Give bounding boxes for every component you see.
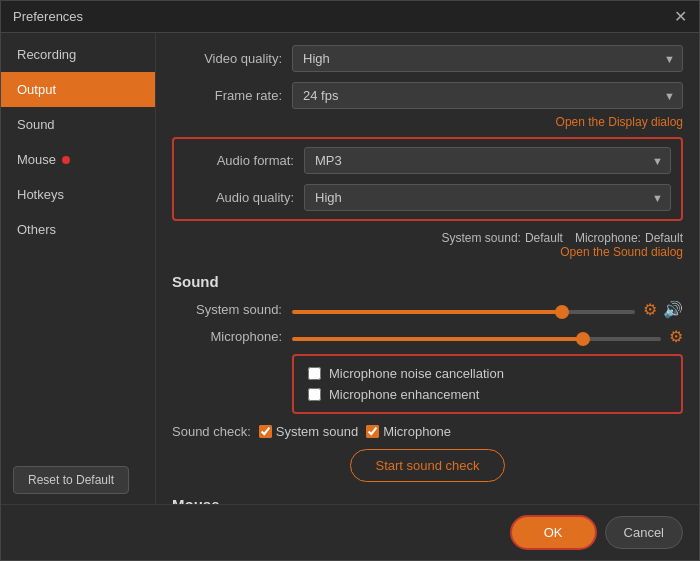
video-quality-label: Video quality:: [172, 51, 282, 66]
open-sound-dialog-label: Open the Sound dialog: [560, 245, 683, 259]
status-row: System sound: Default Microphone: Defaul…: [172, 231, 683, 245]
audio-format-row: Audio format: MP3 AAC WAV FLAC ▼: [184, 147, 671, 174]
system-sound-check-item: System sound: [259, 424, 358, 439]
audio-section: Audio format: MP3 AAC WAV FLAC ▼ Audio q…: [172, 137, 683, 221]
noise-cancellation-checkbox[interactable]: [308, 367, 321, 380]
footer: OK Cancel: [1, 504, 699, 560]
system-sound-slider-label: System sound:: [172, 302, 282, 317]
sidebar-label-mouse: Mouse: [17, 152, 56, 167]
frame-rate-select-wrap: 24 fps 30 fps 60 fps ▼: [292, 82, 683, 109]
sidebar-label-hotkeys: Hotkeys: [17, 187, 64, 202]
sidebar-label-others: Others: [17, 222, 56, 237]
enhancement-checkbox[interactable]: [308, 388, 321, 401]
sidebar-item-others[interactable]: Others: [1, 212, 155, 247]
mouse-section-title: Mouse: [172, 496, 683, 504]
microphone-icons: ⚙: [669, 327, 683, 346]
sidebar-item-output[interactable]: Output: [1, 72, 155, 107]
microphone-check-checkbox[interactable]: [366, 425, 379, 438]
microphone-slider-wrap: [292, 329, 661, 344]
sidebar-item-mouse[interactable]: Mouse: [1, 142, 155, 177]
ok-button[interactable]: OK: [510, 515, 597, 550]
microphone-settings-icon[interactable]: ⚙: [669, 327, 683, 346]
soundcheck-row: Sound check: System sound Microphone: [172, 424, 683, 439]
noise-cancellation-row: Microphone noise cancellation: [308, 366, 667, 381]
audio-format-select[interactable]: MP3 AAC WAV FLAC: [304, 147, 671, 174]
audio-format-label: Audio format:: [184, 153, 294, 168]
content-area: Recording Output Sound Mouse Hotkeys Oth…: [1, 33, 699, 504]
enhancement-label: Microphone enhancement: [329, 387, 479, 402]
noise-cancellation-label: Microphone noise cancellation: [329, 366, 504, 381]
audio-format-select-wrap: MP3 AAC WAV FLAC ▼: [304, 147, 671, 174]
system-sound-slider-wrap: [292, 302, 635, 317]
microphone-status-label: Microphone:: [575, 231, 641, 245]
open-display-dialog-link[interactable]: Open the Display dialog: [172, 115, 683, 129]
frame-rate-label: Frame rate:: [172, 88, 282, 103]
system-sound-slider-row: System sound: ⚙ 🔊: [172, 300, 683, 319]
video-quality-select[interactable]: High Medium Low: [292, 45, 683, 72]
sound-check-label: Sound check:: [172, 424, 251, 439]
system-sound-settings-icon[interactable]: ⚙: [643, 300, 657, 319]
video-quality-select-wrap: High Medium Low ▼: [292, 45, 683, 72]
audio-quality-select[interactable]: High Medium Low: [304, 184, 671, 211]
sidebar-item-hotkeys[interactable]: Hotkeys: [1, 177, 155, 212]
main-content: Video quality: High Medium Low ▼ Frame r…: [156, 33, 699, 504]
microphone-slider-row: Microphone: ⚙: [172, 327, 683, 346]
sidebar-label-sound: Sound: [17, 117, 55, 132]
sidebar-item-sound[interactable]: Sound: [1, 107, 155, 142]
microphone-check-item: Microphone: [366, 424, 451, 439]
cancel-button[interactable]: Cancel: [605, 516, 683, 549]
sidebar-label-output: Output: [17, 82, 56, 97]
mouse-dot-indicator: [62, 156, 70, 164]
sidebar: Recording Output Sound Mouse Hotkeys Oth…: [1, 33, 156, 504]
microphone-slider[interactable]: [292, 337, 661, 341]
sidebar-item-recording[interactable]: Recording: [1, 37, 155, 72]
microphone-slider-label: Microphone:: [172, 329, 282, 344]
sidebar-label-recording: Recording: [17, 47, 76, 62]
system-sound-status-value: Default: [525, 231, 563, 245]
reset-to-default-button[interactable]: Reset to Default: [13, 466, 129, 494]
system-sound-status: System sound: Default: [442, 231, 563, 245]
open-sound-dialog-link[interactable]: Open the Sound dialog: [172, 245, 683, 259]
audio-quality-select-wrap: High Medium Low ▼: [304, 184, 671, 211]
open-display-dialog-label: Open the Display dialog: [556, 115, 683, 129]
audio-quality-label: Audio quality:: [184, 190, 294, 205]
sound-section-title: Sound: [172, 273, 683, 290]
system-sound-check-checkbox[interactable]: [259, 425, 272, 438]
enhancement-row: Microphone enhancement: [308, 387, 667, 402]
audio-quality-row: Audio quality: High Medium Low ▼: [184, 184, 671, 211]
preferences-window: Preferences ✕ Recording Output Sound Mou…: [0, 0, 700, 561]
system-sound-status-label: System sound:: [442, 231, 521, 245]
frame-rate-row: Frame rate: 24 fps 30 fps 60 fps ▼: [172, 82, 683, 109]
microphone-check-label: Microphone: [383, 424, 451, 439]
microphone-options-section: Microphone noise cancellation Microphone…: [292, 354, 683, 414]
start-sound-check-button[interactable]: Start sound check: [350, 449, 504, 482]
titlebar: Preferences ✕: [1, 1, 699, 33]
system-sound-check-label: System sound: [276, 424, 358, 439]
sidebar-bottom: Reset to Default: [1, 456, 155, 504]
close-button[interactable]: ✕: [674, 9, 687, 25]
system-sound-volume-icon[interactable]: 🔊: [663, 300, 683, 319]
frame-rate-select[interactable]: 24 fps 30 fps 60 fps: [292, 82, 683, 109]
window-title: Preferences: [13, 9, 83, 24]
video-quality-row: Video quality: High Medium Low ▼: [172, 45, 683, 72]
system-sound-slider[interactable]: [292, 310, 635, 314]
microphone-status-value: Default: [645, 231, 683, 245]
microphone-status: Microphone: Default: [575, 231, 683, 245]
system-sound-icons: ⚙ 🔊: [643, 300, 683, 319]
